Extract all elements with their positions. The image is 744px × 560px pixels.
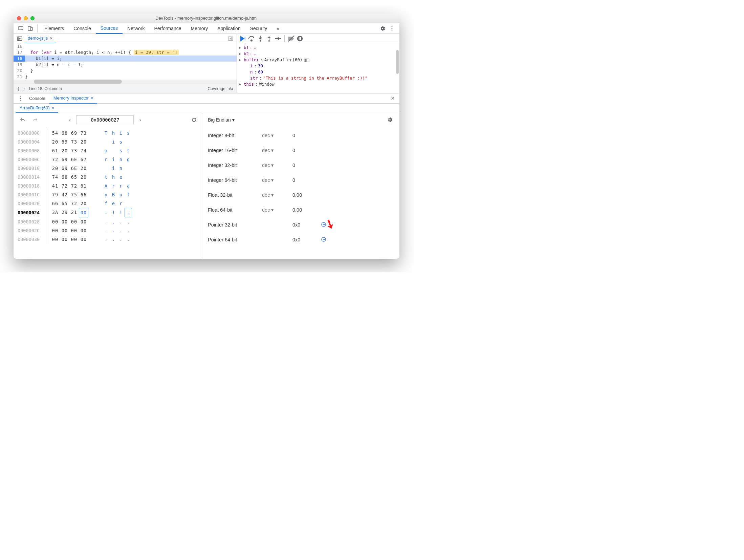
hex-byte[interactable]: 42 [60, 190, 69, 199]
hex-byte[interactable]: 00 [69, 217, 79, 226]
type-format-select[interactable]: dec▾ [262, 207, 292, 213]
hex-byte[interactable]: 61 [79, 181, 88, 190]
refresh-icon[interactable] [189, 115, 199, 125]
hex-byte[interactable]: 29 [60, 208, 69, 217]
tab-elements[interactable]: Elements [40, 23, 69, 34]
hex-ascii[interactable]: i [110, 164, 117, 173]
hex-byte[interactable]: 00 [60, 226, 69, 235]
hex-ascii[interactable]: g [125, 155, 132, 164]
scope-var[interactable]: buffer [244, 57, 259, 63]
tab-performance[interactable]: Performance [149, 23, 186, 34]
reveal-in-memory-icon[interactable] [304, 58, 309, 62]
hex-row[interactable]: 0000000054686973This [18, 129, 199, 137]
hex-ascii[interactable]: . [125, 235, 132, 244]
hex-ascii[interactable]: f [102, 199, 110, 208]
hex-byte[interactable]: 73 [69, 146, 79, 155]
hex-byte[interactable]: 75 [69, 190, 79, 199]
hex-byte[interactable]: 6E [69, 164, 79, 173]
type-format-select[interactable]: dec▾ [262, 192, 292, 198]
hex-byte[interactable]: 00 [50, 226, 60, 235]
hex-ascii[interactable]: . [110, 235, 117, 244]
memory-tab-arraybuffer[interactable]: ArrayBuffer(60) × [16, 104, 58, 113]
close-icon[interactable]: × [388, 94, 397, 103]
hex-row[interactable]: 0000003000000000.... [18, 235, 199, 244]
hex-ascii[interactable]: r [102, 155, 110, 164]
hex-row[interactable]: 0000000C72696E67ring [18, 155, 199, 164]
deactivate-breakpoints-icon[interactable] [287, 35, 295, 42]
hex-ascii[interactable]: e [117, 173, 125, 181]
hex-byte[interactable]: 20 [50, 137, 60, 146]
scope-variables[interactable]: ▶b1: … ▶b2: … ▶buffer: ArrayBuffer(60) i… [237, 43, 399, 93]
hex-byte[interactable]: 20 [79, 164, 88, 173]
gear-icon[interactable] [385, 115, 395, 125]
hex-ascii[interactable]: . [102, 235, 110, 244]
type-format-select[interactable]: dec▾ [262, 177, 292, 183]
tab-console[interactable]: Console [69, 23, 95, 34]
hex-row[interactable]: 0000001841727261Arra [18, 181, 199, 190]
hex-ascii[interactable]: r [117, 181, 125, 190]
next-address-icon[interactable]: › [137, 117, 143, 123]
hex-ascii[interactable]: . [117, 226, 125, 235]
device-toolbar-icon[interactable] [26, 24, 35, 33]
hex-byte[interactable]: 00 [79, 208, 88, 217]
hex-ascii[interactable]: ) [110, 208, 117, 217]
inspect-icon[interactable] [16, 24, 26, 33]
hex-ascii[interactable]: . [102, 226, 110, 235]
tab-sources[interactable]: Sources [96, 23, 123, 34]
hex-byte[interactable]: 6E [69, 155, 79, 164]
hex-ascii[interactable]: h [110, 173, 117, 181]
resume-icon[interactable] [239, 35, 246, 42]
hex-ascii[interactable]: s [117, 137, 125, 146]
hex-byte[interactable]: 72 [50, 155, 60, 164]
jump-to-address-icon[interactable] [321, 237, 326, 243]
step-into-icon[interactable] [257, 35, 264, 42]
hex-byte[interactable]: 65 [69, 173, 79, 181]
hex-ascii[interactable]: f [125, 190, 132, 199]
hex-ascii[interactable] [125, 199, 132, 208]
drawer-tab-memory-inspector[interactable]: Memory Inspector × [49, 93, 97, 104]
hex-ascii[interactable]: i [110, 155, 117, 164]
type-format-select[interactable]: dec▾ [262, 163, 292, 168]
hex-row[interactable]: 0000000861207374a st [18, 146, 199, 155]
hex-ascii[interactable]: s [117, 146, 125, 155]
tab-application[interactable]: Application [213, 23, 245, 34]
close-icon[interactable]: × [50, 36, 52, 41]
scope-var[interactable]: b1: … [244, 45, 257, 51]
hex-byte[interactable]: 00 [60, 235, 69, 244]
hex-byte[interactable]: 73 [79, 129, 88, 137]
endian-select[interactable]: Big Endian ▾ [208, 117, 235, 123]
hex-byte[interactable]: 68 [60, 173, 69, 181]
hex-byte[interactable]: 00 [50, 235, 60, 244]
hex-ascii[interactable]: A [102, 181, 110, 190]
tab-network[interactable]: Network [123, 23, 149, 34]
hex-byte[interactable]: 65 [60, 199, 69, 208]
file-tab-demo-js[interactable]: demo-js.js × [24, 34, 56, 43]
hex-byte[interactable]: 74 [50, 173, 60, 181]
hex-ascii[interactable]: . [125, 217, 132, 226]
hex-ascii[interactable]: : [102, 208, 110, 217]
hex-byte[interactable]: 20 [79, 137, 88, 146]
gear-icon[interactable] [378, 24, 387, 33]
hex-byte[interactable]: 20 [60, 146, 69, 155]
hex-byte[interactable]: 68 [60, 129, 69, 137]
hex-ascii[interactable]: a [102, 146, 110, 155]
navigator-toggle-icon[interactable] [15, 34, 24, 43]
horizontal-scrollbar[interactable] [14, 80, 237, 84]
close-icon[interactable]: × [91, 95, 93, 101]
hex-ascii[interactable]: . [117, 235, 125, 244]
hex-ascii[interactable]: u [117, 190, 125, 199]
hex-byte[interactable]: 69 [60, 137, 69, 146]
hex-byte[interactable]: 21 [69, 208, 79, 217]
hex-byte[interactable]: 00 [50, 217, 60, 226]
hex-ascii[interactable]: h [110, 129, 117, 137]
scope-var[interactable]: b2: … [244, 51, 257, 57]
hex-ascii[interactable]: t [125, 146, 132, 155]
hex-ascii[interactable] [125, 137, 132, 146]
drawer-tab-console[interactable]: Console [25, 93, 49, 104]
hex-row[interactable]: 0000001474686520the [18, 173, 199, 181]
hex-row[interactable]: 0000001020696E20 in [18, 164, 199, 173]
hex-ascii[interactable]: e [110, 199, 117, 208]
hex-ascii[interactable]: B [110, 190, 117, 199]
hex-table[interactable]: 0000000054686973This0000000420697320 is … [14, 127, 203, 246]
hex-byte[interactable]: 00 [79, 235, 88, 244]
